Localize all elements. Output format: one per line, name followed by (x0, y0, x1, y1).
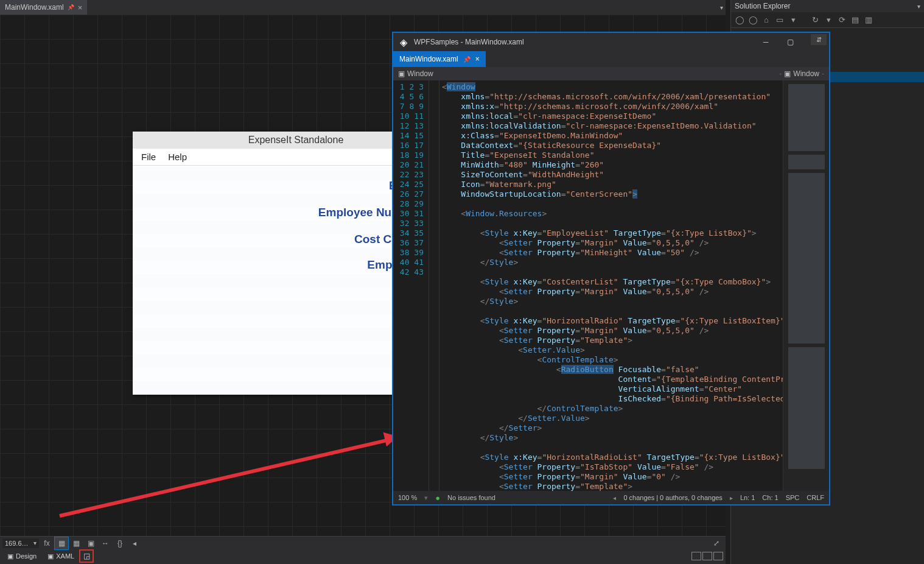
float-title: WPFSamples - MainWindow.xaml (414, 38, 751, 46)
navigation-bar: ▣ Window - ▣ Window - ⇵ (393, 67, 829, 80)
popout-button[interactable]: ◲ (80, 551, 93, 562)
solution-explorer-title: Solution Explorer (735, 2, 790, 10)
panel-options-icon[interactable]: ▾ (917, 3, 920, 10)
effects-icon[interactable]: fx (40, 537, 54, 549)
show-all-icon[interactable]: ▥ (863, 14, 875, 26)
editor-status-bar: 100 % ▾ ● No issues found ◂ 0 changes | … (393, 491, 829, 504)
menu-help[interactable]: Help (168, 152, 187, 162)
status-line[interactable]: Ln: 1 (740, 494, 755, 501)
status-crlf[interactable]: CRLF (807, 494, 824, 501)
status-changes[interactable]: 0 changes | 0 authors, 0 changes (623, 494, 722, 501)
status-spc[interactable]: SPC (786, 494, 800, 501)
code-editor[interactable]: 1 2 3 4 5 6 7 8 9 10 11 12 13 14 15 16 1… (393, 80, 829, 491)
annotation-arrow (59, 437, 393, 518)
status-col[interactable]: Ch: 1 (762, 494, 778, 501)
check-icon: ● (435, 493, 440, 502)
designer-status-bar: 169.6…▾ fx ▦ ▦ ▣ ↔ {} ◂ ⤢ ▣ Design ▣ XAM… (0, 536, 726, 564)
snap-icon[interactable]: ▣ (84, 537, 97, 549)
code-text[interactable]: <Window xmlns="http://schemas.microsoft.… (439, 80, 783, 491)
split-horizontal-icon[interactable] (702, 552, 712, 560)
tab-design[interactable]: ▣ Design (2, 551, 41, 562)
status-issues[interactable]: No issues found (447, 494, 495, 501)
close-icon[interactable]: × (78, 3, 83, 12)
split-swap-icon[interactable] (713, 552, 723, 560)
document-tab-label: MainWindow.xaml (5, 3, 64, 12)
grid2-icon[interactable]: ▦ (69, 537, 83, 549)
tab-xaml[interactable]: ▣ XAML (43, 551, 79, 562)
document-tab[interactable]: MainWindow.xaml 📌 × (0, 0, 87, 15)
close-icon[interactable]: × (475, 55, 480, 63)
expand-icon[interactable]: ⤢ (710, 537, 723, 549)
crumb-left[interactable]: ▣ Window (398, 69, 433, 78)
float-titlebar[interactable]: ◈ WPFSamples - MainWindow.xaml ─ ▢ ✕ (393, 33, 829, 51)
line-number-gutter: 1 2 3 4 5 6 7 8 9 10 11 12 13 14 15 16 1… (393, 80, 429, 491)
pin-icon[interactable]: 📌 (463, 56, 471, 63)
float-doc-tab-bar: MainWindow.xaml 📌 × (393, 51, 829, 67)
sync-dropdown-icon[interactable] (822, 14, 835, 26)
back-icon[interactable]: ◯ (733, 14, 746, 26)
status-zoom[interactable]: 100 % (398, 494, 417, 501)
grid-icon[interactable]: ▦ (55, 537, 68, 549)
solution-toolbar: ◯ ◯ ⌂ ▭ ↻ ⟳ ▤ ▥ (731, 12, 924, 28)
scroll-left-icon[interactable]: ◂ (128, 537, 141, 549)
menu-file[interactable]: File (141, 152, 156, 162)
floating-xaml-window[interactable]: ◈ WPFSamples - MainWindow.xaml ─ ▢ ✕ Mai… (392, 32, 830, 506)
minimize-button[interactable]: ─ (756, 36, 775, 48)
switch-view-icon[interactable]: ▭ (774, 14, 786, 26)
sync-icon[interactable]: ↻ (809, 14, 821, 26)
view-dropdown-icon[interactable] (787, 14, 799, 26)
tab-overflow-icon[interactable]: ▾ (720, 4, 723, 11)
outlining-margin[interactable] (429, 80, 439, 491)
float-doc-tab[interactable]: MainWindow.xaml 📌 × (393, 51, 486, 67)
vs-logo-icon: ◈ (398, 37, 409, 48)
document-tab-bar: MainWindow.xaml 📌 × ▾ (0, 0, 726, 15)
zoom-dropdown[interactable]: 169.6…▾ (2, 538, 39, 548)
crumb-right[interactable]: ▣ Window (784, 69, 819, 78)
refresh-icon[interactable]: ⟳ (836, 14, 848, 26)
minimap[interactable] (783, 80, 829, 491)
preview-title: ExpenseIt Standalone (248, 135, 344, 146)
forward-icon[interactable]: ◯ (747, 14, 759, 26)
code-icon[interactable]: {} (113, 537, 127, 549)
home-icon[interactable]: ⌂ (760, 14, 772, 26)
collapse-icon[interactable]: ▤ (849, 14, 861, 26)
pin-icon[interactable]: 📌 (68, 4, 74, 10)
snapline-icon[interactable]: ↔ (99, 537, 112, 549)
split-vertical-icon[interactable] (691, 552, 701, 560)
split-editor-icon[interactable]: ⇵ (811, 34, 827, 45)
maximize-button[interactable]: ▢ (780, 36, 800, 48)
